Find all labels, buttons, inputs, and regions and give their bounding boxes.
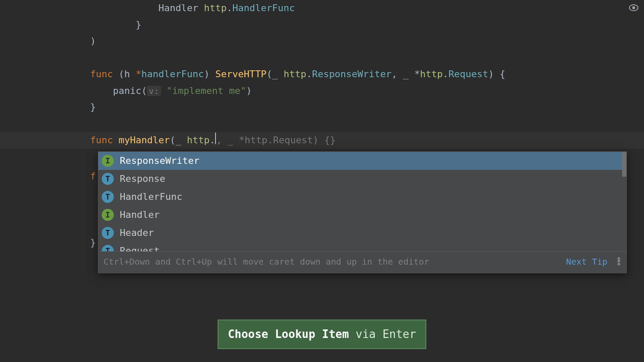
completion-item[interactable]: TResponse	[98, 170, 626, 188]
code-line: )	[90, 33, 644, 50]
completion-item[interactable]: TRequest	[98, 242, 626, 251]
type-badge-icon: T	[102, 227, 114, 239]
type-badge-icon: T	[102, 173, 114, 185]
code-line-current: func myHandler(_ http., _ *http.Request)…	[0, 132, 644, 149]
code-line: panic(v: "implement me")	[90, 83, 644, 100]
code-line: }	[90, 17, 644, 33]
code-line: }	[90, 99, 644, 116]
tooltip-action: Choose Lookup Item	[228, 328, 349, 341]
code-line	[90, 50, 644, 66]
completion-item[interactable]: THeader	[98, 224, 626, 242]
completion-list[interactable]: IResponseWriterTResponseTHandlerFuncIHan…	[98, 152, 626, 251]
code-line	[90, 116, 644, 133]
completion-item-label: Response	[120, 171, 165, 187]
completion-hint: Ctrl+Down and Ctrl+Up will move caret do…	[103, 254, 557, 269]
completion-item-label: HandlerFunc	[120, 189, 182, 205]
more-icon[interactable]: •••	[616, 258, 621, 266]
completion-item-label: Request	[120, 243, 160, 251]
code-line: func (h *handlerFunc) ServeHTTP(_ http.R…	[90, 66, 644, 83]
next-tip-link[interactable]: Next Tip	[566, 254, 607, 269]
completion-popup: IResponseWriterTResponseTHandlerFuncIHan…	[98, 151, 627, 273]
code-editor[interactable]: Handler http.HandlerFunc } ) func (h *ha…	[0, 0, 644, 149]
completion-item-label: Header	[120, 225, 154, 241]
action-tooltip: Choose Lookup Item via Enter	[218, 320, 426, 350]
scrollbar-thumb[interactable]	[622, 152, 626, 177]
interface-badge-icon: I	[102, 155, 114, 167]
type-badge-icon: T	[102, 191, 114, 203]
inlay-hint: v:	[147, 86, 161, 96]
type-badge-icon: T	[102, 245, 114, 251]
code-line: Handler http.HandlerFunc	[90, 0, 644, 17]
completion-item[interactable]: THandlerFunc	[98, 188, 626, 206]
completion-item-label: ResponseWriter	[120, 153, 199, 169]
completion-item[interactable]: IHandler	[98, 206, 626, 224]
code-line-behind: f	[90, 168, 96, 185]
tooltip-key: via Enter	[349, 328, 416, 341]
completion-item-label: Handler	[120, 207, 160, 223]
completion-item[interactable]: IResponseWriter	[98, 152, 626, 170]
code-line-behind: }	[90, 235, 96, 251]
completion-footer: Ctrl+Down and Ctrl+Up will move caret do…	[98, 251, 626, 273]
interface-badge-icon: I	[102, 209, 114, 221]
